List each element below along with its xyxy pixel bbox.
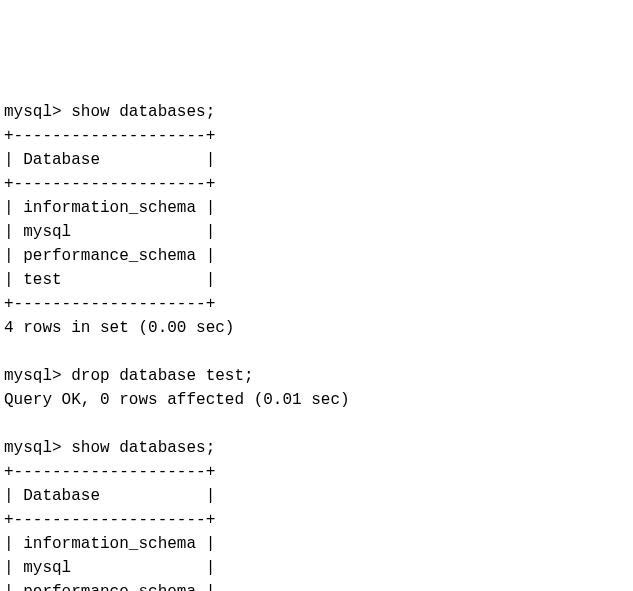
command-text: show databases; [71, 103, 215, 121]
table-header: | Database | [4, 484, 629, 508]
prompt-line: mysql> drop database test; [4, 364, 629, 388]
table-border: +--------------------+ [4, 460, 629, 484]
table-row: | performance_schema | [4, 244, 629, 268]
command-text: drop database test; [71, 367, 253, 385]
result-line: Query OK, 0 rows affected (0.01 sec) [4, 388, 629, 412]
mysql-terminal: mysql> show databases;+-----------------… [4, 100, 629, 591]
table-row: | mysql | [4, 556, 629, 580]
prompt-line: mysql> show databases; [4, 436, 629, 460]
table-border: +--------------------+ [4, 124, 629, 148]
prompt: mysql> [4, 367, 62, 385]
table-header: | Database | [4, 148, 629, 172]
table-row: | mysql | [4, 220, 629, 244]
table-border: +--------------------+ [4, 292, 629, 316]
table-row: | test | [4, 268, 629, 292]
table-row: | performance_schema | [4, 580, 629, 591]
prompt-line: mysql> show databases; [4, 100, 629, 124]
blank-line [4, 412, 629, 436]
table-row: | information_schema | [4, 532, 629, 556]
command-text: show databases; [71, 439, 215, 457]
table-row: | information_schema | [4, 196, 629, 220]
prompt: mysql> [4, 103, 62, 121]
prompt: mysql> [4, 439, 62, 457]
table-border: +--------------------+ [4, 508, 629, 532]
table-border: +--------------------+ [4, 172, 629, 196]
blank-line [4, 340, 629, 364]
result-line: 4 rows in set (0.00 sec) [4, 316, 629, 340]
